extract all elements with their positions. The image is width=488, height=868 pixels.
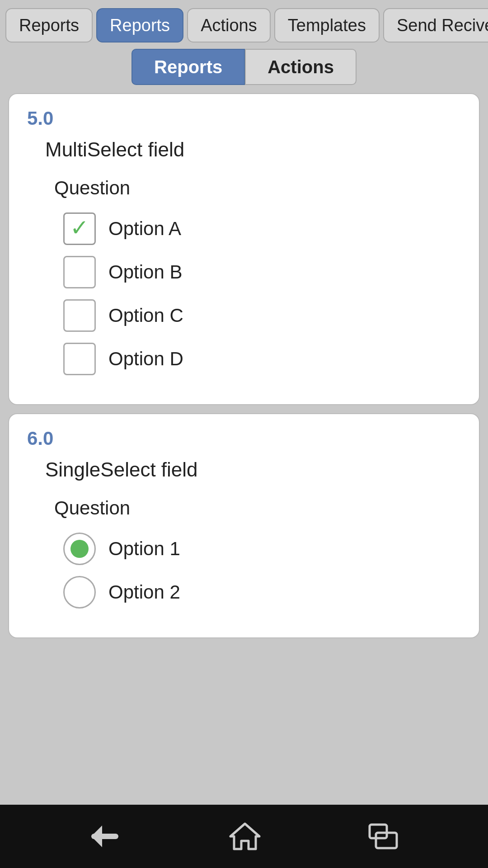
option-c-label: Option C	[108, 305, 183, 326]
radio-option-2[interactable]	[63, 576, 96, 609]
top-nav-reports-1[interactable]: Reports	[5, 8, 93, 42]
home-icon	[229, 822, 261, 851]
option-row-a: ✓ Option A	[63, 212, 461, 245]
checkmark-a: ✓	[70, 217, 89, 239]
card-5-number: 5.0	[27, 108, 461, 129]
back-button[interactable]	[89, 824, 122, 849]
card-6-title: SingleSelect field	[45, 458, 461, 481]
home-button[interactable]	[229, 822, 261, 851]
radio-inner-2	[70, 583, 89, 601]
top-nav-actions[interactable]: Actions	[187, 8, 271, 42]
card-multiselect: 5.0 MultiSelect field Question ✓ Option …	[8, 93, 480, 405]
recents-icon	[368, 823, 399, 850]
svg-marker-2	[230, 824, 259, 849]
option-a-label: Option A	[108, 218, 181, 240]
option-row-1: Option 1	[63, 533, 461, 565]
top-nav-send-receive[interactable]: Send Recive	[383, 8, 488, 42]
top-nav-templates[interactable]: Templates	[274, 8, 380, 42]
tab-actions[interactable]: Actions	[245, 49, 357, 85]
tab-reports[interactable]: Reports	[131, 49, 245, 85]
option-d-label: Option D	[108, 348, 183, 370]
option-row-2: Option 2	[63, 576, 461, 609]
card-5-title: MultiSelect field	[45, 138, 461, 161]
back-icon	[89, 824, 122, 849]
radio-option-1[interactable]	[63, 533, 96, 565]
option-1-label: Option 1	[108, 538, 180, 560]
main-content: 5.0 MultiSelect field Question ✓ Option …	[0, 93, 488, 805]
radio-inner-1	[70, 540, 89, 558]
card-5-question: Question	[54, 177, 461, 199]
svg-rect-3	[370, 825, 387, 838]
secondary-nav: Reports Actions	[0, 49, 488, 93]
top-nav: Reports Reports Actions Templates Send R…	[0, 0, 488, 49]
option-row-b: Option B	[63, 256, 461, 288]
checkbox-option-a[interactable]: ✓	[63, 212, 96, 245]
card-singleselect: 6.0 SingleSelect field Question Option 1…	[8, 413, 480, 638]
svg-rect-1	[91, 834, 118, 839]
option-b-label: Option B	[108, 261, 182, 283]
card-6-number: 6.0	[27, 428, 461, 449]
option-row-d: Option D	[63, 343, 461, 375]
recents-button[interactable]	[368, 823, 399, 850]
top-nav-reports-2[interactable]: Reports	[96, 8, 183, 42]
checkbox-option-b[interactable]	[63, 256, 96, 288]
option-2-label: Option 2	[108, 581, 180, 603]
card-6-question: Question	[54, 497, 461, 519]
option-row-c: Option C	[63, 299, 461, 332]
bottom-nav	[0, 805, 488, 868]
checkbox-option-d[interactable]	[63, 343, 96, 375]
checkbox-option-c[interactable]	[63, 299, 96, 332]
